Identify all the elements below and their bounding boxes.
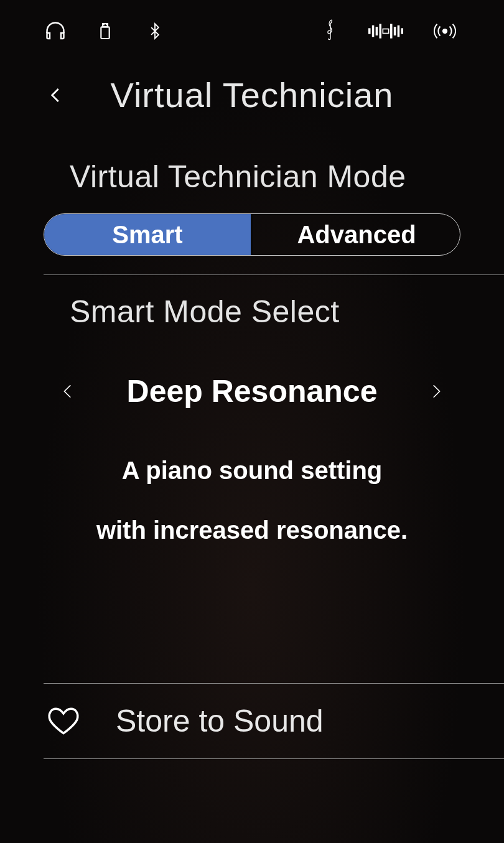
svg-rect-9 bbox=[390, 24, 393, 38]
svg-rect-5 bbox=[372, 26, 375, 37]
headphones-icon bbox=[44, 19, 67, 44]
svg-rect-6 bbox=[376, 27, 378, 35]
segment-advanced[interactable]: Advanced bbox=[253, 214, 460, 255]
smart-select-value: Deep Resonance bbox=[127, 373, 378, 409]
smart-select-description: A piano sound setting with increased res… bbox=[44, 434, 460, 560]
store-to-sound-label: Store to Sound bbox=[116, 703, 324, 739]
svg-rect-0 bbox=[101, 27, 109, 39]
smart-select-row: Deep Resonance bbox=[44, 348, 460, 434]
mode-section: Virtual Technician Mode Smart Advanced bbox=[0, 159, 504, 256]
divider bbox=[44, 274, 504, 275]
broadcast-icon bbox=[429, 19, 460, 44]
svg-rect-7 bbox=[380, 24, 382, 38]
svg-rect-11 bbox=[398, 26, 400, 37]
equalizer-icon bbox=[368, 19, 403, 44]
status-left-group bbox=[44, 19, 167, 44]
treble-clef-icon bbox=[319, 19, 342, 44]
svg-rect-12 bbox=[401, 28, 404, 34]
description-line: A piano sound setting bbox=[68, 440, 436, 500]
usb-icon bbox=[93, 19, 117, 44]
smart-select-label: Smart Mode Select bbox=[70, 294, 460, 330]
svg-rect-4 bbox=[368, 28, 371, 34]
next-button[interactable] bbox=[423, 376, 448, 407]
svg-rect-10 bbox=[394, 27, 396, 35]
mode-segmented-control: Smart Advanced bbox=[44, 213, 460, 256]
description-line: with increased resonance. bbox=[68, 500, 436, 560]
segment-smart[interactable]: Smart bbox=[44, 214, 253, 255]
bluetooth-icon bbox=[143, 19, 167, 44]
prev-button[interactable] bbox=[56, 376, 81, 407]
mode-section-label: Virtual Technician Mode bbox=[70, 159, 460, 195]
svg-point-13 bbox=[443, 29, 447, 33]
svg-rect-8 bbox=[383, 29, 388, 34]
heart-icon bbox=[46, 706, 81, 736]
status-right-group bbox=[319, 19, 460, 44]
page-title: Virtual Technician bbox=[44, 75, 460, 115]
smart-select-section: Smart Mode Select Deep Resonance A piano… bbox=[0, 294, 504, 560]
store-to-sound-row[interactable]: Store to Sound bbox=[44, 683, 504, 759]
page-header: Virtual Technician bbox=[0, 62, 504, 140]
status-bar bbox=[0, 0, 504, 62]
